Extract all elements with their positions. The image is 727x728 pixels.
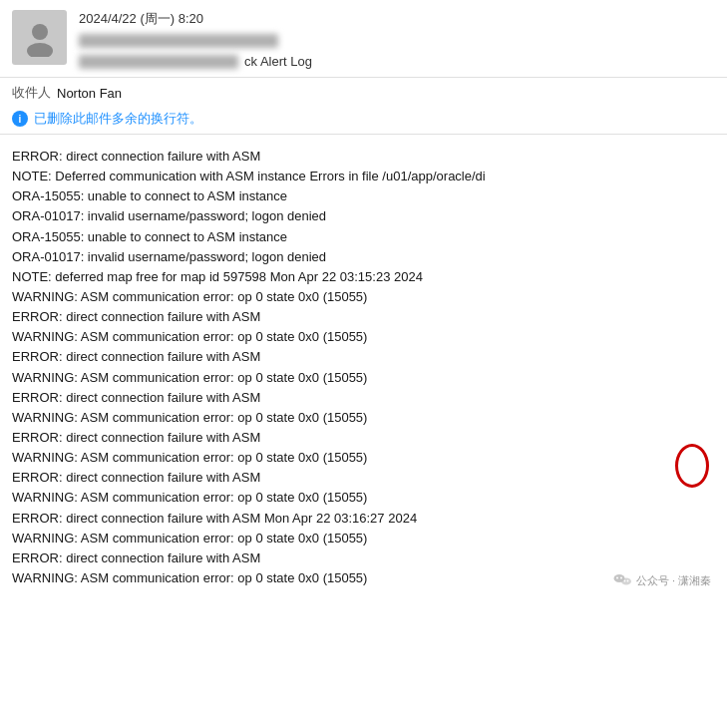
log-line: WARNING: ASM communication error: op 0 s… bbox=[12, 488, 710, 508]
log-line: ERROR: direct connection failure with AS… bbox=[12, 468, 710, 488]
log-line: ERROR: direct connection failure with AS… bbox=[12, 548, 710, 568]
log-line: WARNING: ASM communication error: op 0 s… bbox=[12, 408, 710, 428]
log-line: ERROR: direct connection failure with AS… bbox=[12, 428, 710, 448]
blurred-sender-line1 bbox=[79, 34, 278, 48]
recipient-name: Norton Fan bbox=[57, 86, 122, 101]
watermark-wechat-icon bbox=[612, 570, 632, 590]
svg-point-5 bbox=[620, 577, 622, 579]
alert-log-label: ck Alert Log bbox=[244, 54, 312, 69]
log-line: WARNING: ASM communication error: op 0 s… bbox=[12, 287, 710, 307]
log-line: ERROR: direct connection failure with AS… bbox=[12, 347, 710, 367]
svg-point-0 bbox=[32, 24, 48, 40]
log-line: WARNING: ASM communication error: op 0 s… bbox=[12, 448, 710, 468]
email-container: 2024/4/22 (周一) 8:20 ck Alert Log 收件人 Nor… bbox=[0, 0, 727, 728]
blurred-sender-line2 bbox=[79, 55, 238, 69]
log-line: WARNING: ASM communication error: op 0 s… bbox=[12, 327, 710, 347]
email-header: 2024/4/22 (周一) 8:20 ck Alert Log bbox=[0, 0, 727, 78]
log-line: ORA-15055: unable to connect to ASM inst… bbox=[12, 227, 710, 247]
log-line: WARNING: ASM communication error: op 0 s… bbox=[12, 568, 710, 588]
avatar bbox=[12, 10, 67, 65]
email-body: ERROR: direct connection failure with AS… bbox=[0, 135, 727, 600]
header-info: 2024/4/22 (周一) 8:20 ck Alert Log bbox=[79, 10, 715, 69]
log-line: ORA-15055: unable to connect to ASM inst… bbox=[12, 186, 710, 206]
red-circle-annotation bbox=[675, 444, 709, 488]
log-line: NOTE: Deferred communication with ASM in… bbox=[12, 167, 710, 186]
info-icon-letter: i bbox=[19, 114, 22, 125]
log-line: ORA-01017: invalid username/password; lo… bbox=[12, 206, 710, 226]
svg-point-4 bbox=[616, 577, 618, 579]
info-icon: i bbox=[12, 111, 28, 127]
log-line: WARNING: ASM communication error: op 0 s… bbox=[12, 368, 710, 388]
log-line: ERROR: direct connection failure with AS… bbox=[12, 307, 710, 327]
log-line: WARNING: ASM communication error: op 0 s… bbox=[12, 529, 710, 548]
watermark: 公众号 · 潇湘秦 bbox=[612, 570, 711, 590]
log-line: NOTE: deferred map free for map id 59759… bbox=[12, 267, 710, 287]
recipient-label: 收件人 bbox=[12, 84, 51, 102]
svg-point-1 bbox=[27, 43, 53, 57]
info-text: 已删除此邮件多余的换行符。 bbox=[34, 110, 202, 128]
email-datetime: 2024/4/22 (周一) 8:20 bbox=[79, 10, 715, 28]
watermark-text: 公众号 · 潇湘秦 bbox=[636, 572, 711, 589]
avatar-silhouette-icon bbox=[21, 19, 59, 57]
recipient-row: 收件人 Norton Fan bbox=[0, 78, 727, 106]
svg-point-3 bbox=[621, 578, 631, 585]
log-lines-container: ERROR: direct connection failure with AS… bbox=[12, 147, 715, 588]
log-line: ERROR: direct connection failure with AS… bbox=[12, 388, 710, 408]
info-bar: i 已删除此邮件多余的换行符。 bbox=[0, 106, 727, 135]
log-line: ERROR: direct connection failure with AS… bbox=[12, 147, 710, 167]
log-line: ORA-01017: invalid username/password; lo… bbox=[12, 247, 710, 267]
log-line: ERROR: direct connection failure with AS… bbox=[12, 509, 710, 529]
svg-point-6 bbox=[623, 580, 625, 582]
svg-point-7 bbox=[626, 580, 628, 582]
